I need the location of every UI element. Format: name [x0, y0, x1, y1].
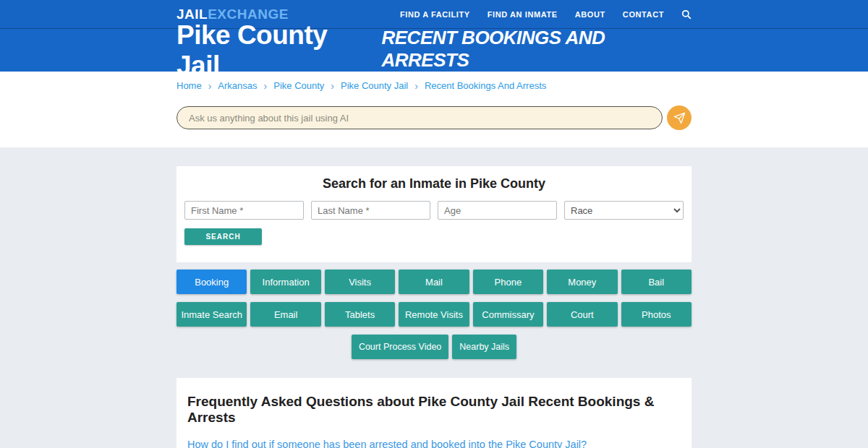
page-title: Pike County Jail: [176, 20, 374, 81]
paper-plane-icon: [673, 112, 686, 124]
nav-item-find-a-facility[interactable]: FIND A FACILITY: [400, 10, 470, 19]
ai-send-button[interactable]: [667, 105, 692, 130]
quick-link-phone[interactable]: Phone: [473, 270, 543, 294]
quick-link-bail[interactable]: Bail: [621, 270, 692, 294]
nav-item-find-an-inmate[interactable]: FIND AN INMATE: [488, 10, 558, 19]
breadcrumb-ai-section: Home › Arkansas › Pike County › Pike Cou…: [0, 72, 868, 147]
breadcrumb-current-page[interactable]: Recent Bookings And Arrests: [425, 80, 546, 91]
search-button[interactable]: SEARCH: [184, 228, 262, 245]
faq-card: Frequently Asked Questions about Pike Co…: [176, 378, 692, 448]
inmate-search-card: Search for an Inmate in Pike County Race…: [176, 166, 692, 262]
faq-heading: Frequently Asked Questions about Pike Co…: [187, 394, 681, 426]
breadcrumb-home[interactable]: Home: [176, 80, 202, 91]
nav-item-about[interactable]: ABOUT: [575, 10, 605, 19]
quick-link-court[interactable]: Court: [547, 302, 617, 327]
nav-item-contact[interactable]: CONTACT: [623, 10, 664, 19]
quick-link-tablets[interactable]: Tablets: [325, 302, 395, 327]
chevron-right-icon: ›: [414, 81, 418, 91]
breadcrumb-pike-county[interactable]: Pike County: [273, 80, 324, 91]
first-name-field[interactable]: [184, 201, 304, 220]
quick-link-information[interactable]: Information: [250, 270, 320, 294]
quick-link-nearby-jails[interactable]: Nearby Jails: [452, 335, 516, 359]
quick-link-visits[interactable]: Visits: [325, 270, 395, 294]
inmate-search-title: Search for an Inmate in Pike County: [184, 176, 684, 191]
quick-link-mail[interactable]: Mail: [399, 270, 469, 294]
logo-part-jail: JAIL: [176, 7, 208, 22]
nav-links: FIND A FACILITY FIND AN INMATE ABOUT CON…: [400, 9, 692, 20]
quick-link-court-process-video[interactable]: Court Process Video: [352, 335, 448, 359]
last-name-field[interactable]: [311, 201, 430, 220]
quick-links-grid: Booking Information Visits Mail Phone Mo…: [176, 270, 692, 359]
quick-link-email[interactable]: Email: [250, 302, 320, 327]
quick-link-inmate-search[interactable]: Inmate Search: [176, 302, 247, 327]
age-field[interactable]: [438, 201, 557, 220]
ai-question-input[interactable]: [176, 106, 663, 129]
breadcrumb-arkansas[interactable]: Arkansas: [218, 80, 257, 91]
chevron-right-icon: ›: [208, 81, 212, 91]
quick-link-money[interactable]: Money: [547, 270, 617, 294]
quick-link-remote-visits[interactable]: Remote Visits: [399, 302, 469, 327]
search-icon[interactable]: [681, 9, 692, 20]
page-header-band: Pike County Jail RECENT BOOKINGS AND ARR…: [0, 29, 868, 72]
race-select[interactable]: Race: [564, 201, 684, 220]
quick-link-booking[interactable]: Booking: [176, 270, 247, 294]
logo-part-exchange: EXCHANGE: [208, 7, 289, 22]
breadcrumb: Home › Arkansas › Pike County › Pike Cou…: [176, 80, 692, 91]
quick-link-photos[interactable]: Photos: [621, 302, 692, 327]
quick-link-commissary[interactable]: Commissary: [473, 302, 543, 327]
page-subtitle: RECENT BOOKINGS AND ARRESTS: [381, 27, 692, 72]
chevron-right-icon: ›: [264, 81, 268, 91]
breadcrumb-pike-county-jail[interactable]: Pike County Jail: [341, 80, 408, 91]
chevron-right-icon: ›: [331, 81, 334, 91]
faq-question-arrested-booked[interactable]: How do I find out if someone has been ar…: [187, 439, 681, 448]
